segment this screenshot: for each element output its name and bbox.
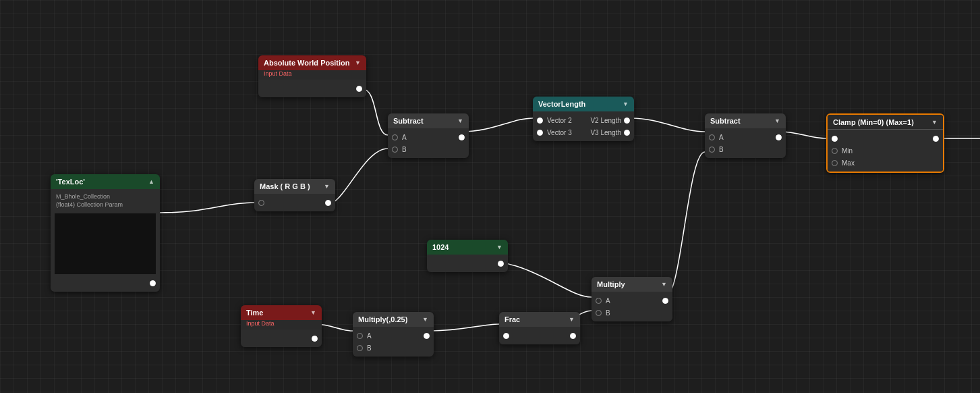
chevron-icon: ▼ [310, 309, 316, 316]
node-multiply-025: Multiply(,0.25) ▼ A B [353, 312, 434, 357]
input-pin[interactable] [258, 200, 264, 206]
node-header-frac[interactable]: Frac ▼ [499, 312, 580, 327]
node-header-time[interactable]: Time ▼ [241, 305, 322, 320]
chevron-icon: ▼ [774, 117, 780, 124]
node-subtract-1: Subtract ▼ A B [388, 113, 469, 158]
output-pin[interactable] [570, 333, 576, 339]
node-title: Clamp (Min=0) (Max=1) [833, 118, 914, 126]
output-pin[interactable] [424, 333, 430, 339]
node-title: Multiply [597, 280, 625, 288]
node-header-clamp[interactable]: Clamp (Min=0) (Max=1) ▼ [828, 115, 943, 130]
output-pin[interactable] [459, 134, 465, 140]
node-texloc: 'TexLoc' ▲ M_Bhole_Collection (float4) C… [51, 174, 160, 292]
chevron-icon: ▼ [569, 316, 575, 323]
chevron-icon: ▼ [931, 119, 938, 126]
node-clamp: Clamp (Min=0) (Max=1) ▼ Min Max [826, 113, 944, 173]
input-pin[interactable] [832, 136, 838, 142]
v3-length-label: V3 Length [590, 129, 621, 136]
node-1024: 1024 ▼ [427, 240, 508, 272]
node-multiply: Multiply ▼ A B [592, 277, 672, 321]
input-pin-max[interactable] [832, 160, 838, 166]
node-mask-rgb: Mask ( R G B ) ▼ [254, 179, 335, 211]
node-header-1024[interactable]: 1024 ▼ [427, 240, 508, 255]
chevron-icon: ▼ [355, 59, 361, 66]
node-title: Subtract [393, 117, 424, 125]
node-absolute-world-position: Absolute World Position ▼ Input Data [258, 55, 366, 97]
input-pin-a[interactable] [596, 298, 602, 304]
input-pin-a[interactable] [709, 134, 715, 140]
input-pin-a[interactable] [357, 333, 363, 339]
node-frac: Frac ▼ [499, 312, 580, 344]
texloc-subtitle2: (float4) Collection Param [51, 201, 160, 211]
node-header-multiply025[interactable]: Multiply(,0.25) ▼ [353, 312, 434, 327]
input-pin[interactable] [503, 333, 509, 339]
chevron-icon: ▼ [422, 316, 428, 323]
node-header-mask-rgb[interactable]: Mask ( R G B ) ▼ [254, 179, 335, 194]
input-pin-b[interactable] [357, 345, 363, 351]
input-pin-v2[interactable] [537, 117, 543, 124]
output-pin-v2[interactable] [624, 117, 630, 124]
output-pin[interactable] [933, 136, 939, 142]
node-title: 1024 [432, 243, 449, 251]
texloc-subtitle1: M_Bhole_Collection [51, 192, 160, 201]
node-header-texloc[interactable]: 'TexLoc' ▲ [51, 174, 160, 189]
node-subtract-2: Subtract ▼ A B [705, 113, 786, 158]
node-header-vectorlength[interactable]: VectorLength ▼ [533, 97, 634, 111]
output-pin[interactable] [150, 280, 156, 286]
input-pin-a[interactable] [392, 134, 398, 140]
node-time: Time ▼ Input Data [241, 305, 322, 347]
input-pin-v3[interactable] [537, 130, 543, 136]
output-pin[interactable] [325, 200, 331, 206]
output-pin[interactable] [498, 261, 504, 267]
output-pin-v3[interactable] [624, 130, 630, 136]
input-pin-b[interactable] [709, 147, 715, 153]
node-title: Time [246, 309, 263, 317]
node-title: Multiply(,0.25) [358, 315, 407, 323]
node-subtitle: Input Data [241, 320, 322, 330]
node-vector-length: VectorLength ▼ Vector 2 V2 Length Vector… [533, 97, 634, 141]
chevron-icon: ▲ [148, 178, 154, 185]
output-pin[interactable] [776, 134, 782, 140]
input-pin-b[interactable] [596, 310, 602, 316]
chevron-icon: ▼ [324, 183, 330, 190]
v2-length-label: V2 Length [590, 117, 621, 124]
node-title: VectorLength [538, 100, 585, 108]
node-title: 'TexLoc' [56, 178, 85, 186]
output-pin[interactable] [662, 298, 668, 304]
output-pin[interactable] [356, 86, 362, 92]
chevron-icon: ▼ [661, 281, 667, 288]
input-pin-min[interactable] [832, 148, 838, 154]
node-header-subtract2[interactable]: Subtract ▼ [705, 113, 786, 128]
node-title: Subtract [710, 117, 741, 125]
node-header-subtract1[interactable]: Subtract ▼ [388, 113, 469, 128]
node-title: Absolute World Position [264, 59, 350, 67]
chevron-icon: ▼ [623, 101, 629, 107]
node-header-absolute-world-position[interactable]: Absolute World Position ▼ [258, 55, 366, 70]
output-pin[interactable] [312, 336, 318, 342]
chevron-icon: ▼ [457, 117, 463, 124]
node-title: Mask ( R G B ) [260, 182, 310, 190]
input-pin-b[interactable] [392, 147, 398, 153]
texloc-preview [55, 213, 156, 274]
chevron-icon: ▼ [496, 244, 502, 251]
node-header-multiply[interactable]: Multiply ▼ [592, 277, 672, 292]
node-title: Frac [505, 315, 520, 323]
node-subtitle: Input Data [258, 70, 366, 80]
